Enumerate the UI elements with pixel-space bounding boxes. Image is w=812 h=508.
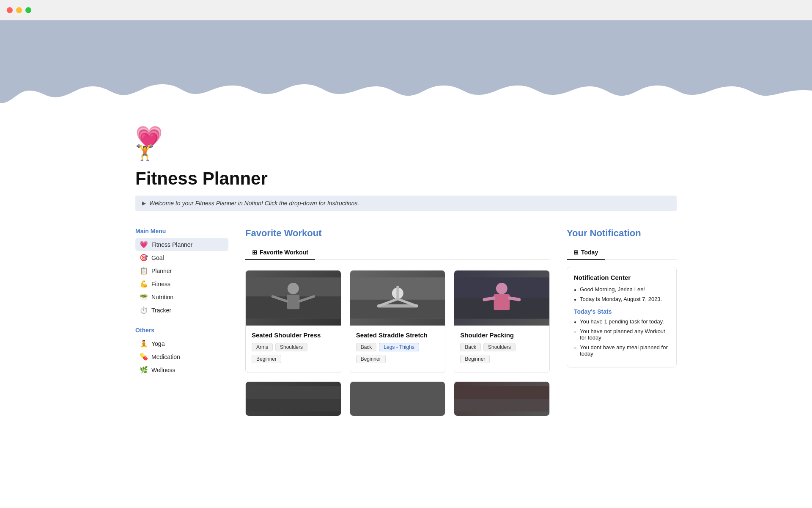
tag-back: Back — [356, 343, 377, 351]
notification-date: ● Today is Monday, August 7, 2023. — [574, 296, 669, 302]
tab-favorite-workout[interactable]: ⊞ Favorite Workout — [245, 246, 315, 260]
notification-card: Notification Center ● Good Morning, Jeri… — [567, 267, 677, 367]
stat-text-2: You have not planned any Workout for tod… — [580, 328, 669, 341]
stat-item-2: ○ You have not planned any Workout for t… — [574, 328, 669, 341]
stat-item-1: ● You have 1 pending task for today. — [574, 318, 669, 325]
sidebar-item-nutrition[interactable]: 🥗 Nutrition — [135, 290, 228, 304]
sidebar-item-label: Nutrition — [151, 294, 173, 301]
tracker-icon: ⏱️ — [140, 306, 148, 314]
tab-today[interactable]: ⊞ Today — [567, 246, 605, 260]
card-body-shoulder-press: Seated Shoulder Press Arms Shoulders Beg… — [246, 326, 341, 373]
svg-line-6 — [273, 296, 277, 298]
sidebar-item-goal[interactable]: 🎯 Goal — [135, 251, 228, 264]
bottom-card-image-1 — [246, 382, 341, 416]
svg-rect-9 — [350, 300, 445, 319]
yoga-icon: 🧘 — [140, 340, 148, 348]
favorite-workout-title: Favorite Workout — [245, 228, 550, 239]
planner-icon: 📋 — [140, 267, 148, 275]
notif-tab-label: Today — [581, 249, 598, 256]
card-title: Seated Shoulder Press — [252, 331, 335, 339]
tag-arms: Arms — [252, 343, 273, 351]
sidebar-item-medication[interactable]: 💊 Medication — [135, 350, 228, 363]
workout-card-straddle-stretch[interactable]: Seated Straddle Stretch Back Legs - Thig… — [350, 270, 446, 373]
tag-back: Back — [460, 343, 481, 351]
sidebar-others: Others 🧘 Yoga 💊 Medication 🌿 Wellness — [135, 327, 228, 376]
others-label: Others — [135, 327, 228, 334]
card-image-shoulder-press — [246, 271, 341, 326]
welcome-text: Welcome to your Fitness Planner in Notio… — [149, 200, 359, 207]
tag-shoulders: Shoulders — [483, 343, 516, 351]
tab-grid-icon: ⊞ — [252, 249, 257, 256]
card-tags: Arms Shoulders — [252, 343, 335, 351]
tag-beginner: Beginner — [252, 355, 281, 363]
main-layout: Main Menu 💗 Fitness Planner 🎯 Goal 📋 Pla… — [135, 228, 677, 416]
bottom-card-image-3 — [454, 382, 549, 416]
page-container: 💗 🏋️ Fitness Planner ▶ Welcome to your F… — [110, 113, 702, 416]
sidebar-item-fitness-planner[interactable]: 💗 Fitness Planner — [135, 238, 228, 251]
card-level-tags: Beginner — [356, 355, 439, 363]
sidebar-item-label: Medication — [151, 353, 180, 360]
stat-text-1: You have 1 pending task for today. — [580, 318, 664, 325]
svg-line-19 — [484, 298, 494, 300]
bullet-icon: ● — [574, 320, 576, 324]
sidebar: Main Menu 💗 Fitness Planner 🎯 Goal 📋 Pla… — [135, 228, 228, 376]
goal-icon: 🎯 — [140, 254, 148, 262]
notification-panel: Your Notification ⊞ Today Notification C… — [567, 228, 677, 367]
notification-title: Your Notification — [567, 228, 677, 239]
minimize-button[interactable] — [16, 7, 22, 13]
cloud-decoration — [0, 74, 812, 113]
bottom-card-1[interactable] — [245, 381, 341, 416]
notification-tab-bar: ⊞ Today — [567, 246, 677, 260]
workout-card-shoulder-packing[interactable]: Shoulder Packing Back Shoulders Beginner — [454, 270, 550, 373]
notification-card-title: Notification Center — [574, 274, 669, 281]
sidebar-item-label: Wellness — [151, 367, 176, 373]
bottom-card-2[interactable] — [350, 381, 446, 416]
bottom-card-3[interactable] — [454, 381, 550, 416]
card-image-shoulder-packing — [454, 271, 549, 326]
stat-item-3: ○ You dont have any meal planned for tod… — [574, 344, 669, 357]
svg-point-17 — [496, 283, 508, 294]
sidebar-item-label: Fitness Planner — [151, 241, 192, 248]
card-tags: Back Shoulders — [460, 343, 543, 351]
svg-line-7 — [309, 296, 314, 298]
svg-rect-22 — [246, 399, 341, 411]
sidebar-item-wellness[interactable]: 🌿 Wellness — [135, 363, 228, 376]
greeting-text: Good Morning, Jerina Lee! — [580, 286, 645, 293]
sidebar-item-label: Fitness — [151, 281, 170, 287]
hollow-bullet-icon: ○ — [574, 345, 576, 350]
welcome-bar[interactable]: ▶ Welcome to your Fitness Planner in Not… — [135, 196, 677, 211]
sidebar-item-yoga[interactable]: 🧘 Yoga — [135, 337, 228, 350]
card-title: Seated Straddle Stretch — [356, 331, 439, 339]
sidebar-item-label: Tracker — [151, 307, 171, 314]
card-level-tags: Beginner — [460, 355, 543, 363]
banner — [0, 20, 812, 113]
svg-rect-18 — [494, 294, 510, 310]
bottom-card-image-2 — [350, 382, 445, 416]
tag-legs-thighs: Legs - Thighs — [379, 343, 419, 351]
card-body-straddle: Seated Straddle Stretch Back Legs - Thig… — [350, 326, 445, 373]
workout-cards-grid: Seated Shoulder Press Arms Shoulders Beg… — [245, 270, 550, 373]
maximize-button[interactable] — [25, 7, 31, 13]
card-tags: Back Legs - Thighs — [356, 343, 439, 351]
svg-rect-25 — [454, 399, 549, 411]
close-button[interactable] — [7, 7, 13, 13]
sidebar-item-label: Goal — [151, 254, 164, 261]
sidebar-item-fitness[interactable]: 💪 Fitness — [135, 277, 228, 290]
card-image-straddle — [350, 271, 445, 326]
bullet-icon: ● — [574, 297, 576, 302]
workout-tab-bar: ⊞ Favorite Workout — [245, 246, 550, 260]
card-title: Shoulder Packing — [460, 331, 543, 339]
tag-beginner: Beginner — [460, 355, 490, 363]
workout-card-shoulder-press[interactable]: Seated Shoulder Press Arms Shoulders Beg… — [245, 270, 341, 373]
fitness-planner-icon: 💗 — [140, 240, 148, 248]
sidebar-item-tracker[interactable]: ⏱️ Tracker — [135, 304, 228, 317]
logo-icon: 💗 🏋️ — [135, 113, 677, 168]
bullet-icon: ● — [574, 287, 576, 292]
sidebar-item-planner[interactable]: 📋 Planner — [135, 264, 228, 277]
welcome-toggle-arrow[interactable]: ▶ — [142, 200, 146, 206]
svg-point-2 — [288, 283, 299, 294]
medication-icon: 💊 — [140, 353, 148, 361]
main-menu-label: Main Menu — [135, 228, 228, 235]
sidebar-item-label: Yoga — [151, 340, 165, 347]
stat-text-3: You dont have any meal planned for today — [580, 344, 669, 357]
